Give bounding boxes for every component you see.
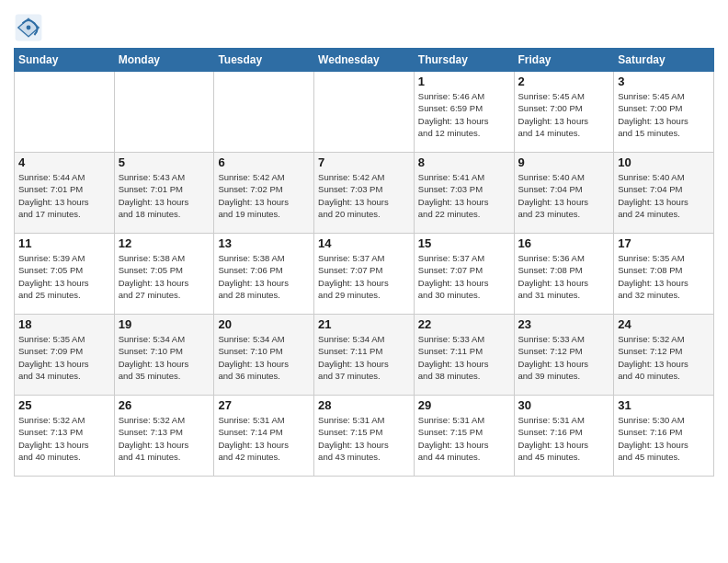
svg-point-3 bbox=[27, 26, 31, 30]
day-number: 21 bbox=[318, 317, 410, 331]
day-info: Sunrise: 5:38 AM Sunset: 7:06 PM Dayligh… bbox=[218, 252, 310, 301]
day-number: 28 bbox=[318, 398, 410, 412]
day-info: Sunrise: 5:41 AM Sunset: 7:03 PM Dayligh… bbox=[418, 171, 510, 220]
day-number: 26 bbox=[119, 398, 210, 412]
calendar-cell: 27Sunrise: 5:31 AM Sunset: 7:14 PM Dayli… bbox=[214, 396, 314, 477]
calendar-cell: 24Sunrise: 5:32 AM Sunset: 7:12 PM Dayli… bbox=[614, 315, 714, 396]
day-info: Sunrise: 5:45 AM Sunset: 7:00 PM Dayligh… bbox=[518, 90, 610, 139]
day-number: 23 bbox=[518, 317, 610, 331]
day-number: 18 bbox=[18, 317, 110, 331]
day-number: 8 bbox=[418, 155, 510, 169]
day-number: 4 bbox=[18, 155, 110, 169]
day-info: Sunrise: 5:31 AM Sunset: 7:15 PM Dayligh… bbox=[418, 414, 510, 463]
calendar-cell: 22Sunrise: 5:33 AM Sunset: 7:11 PM Dayli… bbox=[414, 315, 514, 396]
day-number: 25 bbox=[18, 398, 110, 412]
day-info: Sunrise: 5:32 AM Sunset: 7:13 PM Dayligh… bbox=[18, 414, 110, 463]
day-info: Sunrise: 5:32 AM Sunset: 7:13 PM Dayligh… bbox=[119, 414, 210, 463]
calendar-cell: 16Sunrise: 5:36 AM Sunset: 7:08 PM Dayli… bbox=[514, 234, 614, 315]
calendar-cell: 3Sunrise: 5:45 AM Sunset: 7:00 PM Daylig… bbox=[614, 72, 714, 153]
calendar-cell: 31Sunrise: 5:30 AM Sunset: 7:16 PM Dayli… bbox=[614, 396, 714, 477]
calendar-cell: 4Sunrise: 5:44 AM Sunset: 7:01 PM Daylig… bbox=[15, 153, 115, 234]
weekday-header-saturday: Saturday bbox=[614, 49, 714, 72]
day-number: 10 bbox=[618, 155, 710, 169]
logo-icon bbox=[14, 13, 43, 42]
day-number: 20 bbox=[218, 317, 310, 331]
calendar-cell: 26Sunrise: 5:32 AM Sunset: 7:13 PM Dayli… bbox=[114, 396, 214, 477]
day-info: Sunrise: 5:36 AM Sunset: 7:08 PM Dayligh… bbox=[518, 252, 610, 301]
day-number: 15 bbox=[418, 236, 510, 250]
weekday-header-sunday: Sunday bbox=[15, 49, 115, 72]
day-info: Sunrise: 5:42 AM Sunset: 7:03 PM Dayligh… bbox=[318, 171, 410, 220]
day-info: Sunrise: 5:31 AM Sunset: 7:15 PM Dayligh… bbox=[318, 414, 410, 463]
day-info: Sunrise: 5:46 AM Sunset: 6:59 PM Dayligh… bbox=[418, 90, 510, 139]
day-info: Sunrise: 5:33 AM Sunset: 7:11 PM Dayligh… bbox=[418, 333, 510, 382]
day-info: Sunrise: 5:34 AM Sunset: 7:11 PM Dayligh… bbox=[318, 333, 410, 382]
day-info: Sunrise: 5:44 AM Sunset: 7:01 PM Dayligh… bbox=[18, 171, 110, 220]
day-number: 7 bbox=[318, 155, 410, 169]
calendar-cell: 21Sunrise: 5:34 AM Sunset: 7:11 PM Dayli… bbox=[314, 315, 415, 396]
calendar-table: SundayMondayTuesdayWednesdayThursdayFrid… bbox=[14, 48, 714, 477]
day-number: 3 bbox=[618, 75, 710, 88]
calendar-cell: 17Sunrise: 5:35 AM Sunset: 7:08 PM Dayli… bbox=[614, 234, 714, 315]
day-number: 12 bbox=[119, 236, 210, 250]
day-info: Sunrise: 5:40 AM Sunset: 7:04 PM Dayligh… bbox=[518, 171, 610, 220]
day-info: Sunrise: 5:31 AM Sunset: 7:16 PM Dayligh… bbox=[518, 414, 610, 463]
day-info: Sunrise: 5:31 AM Sunset: 7:14 PM Dayligh… bbox=[218, 414, 310, 463]
calendar-cell: 6Sunrise: 5:42 AM Sunset: 7:02 PM Daylig… bbox=[214, 153, 314, 234]
day-info: Sunrise: 5:30 AM Sunset: 7:16 PM Dayligh… bbox=[618, 414, 710, 463]
day-number: 31 bbox=[618, 398, 710, 412]
calendar-row-2: 11Sunrise: 5:39 AM Sunset: 7:05 PM Dayli… bbox=[15, 234, 714, 315]
header bbox=[14, 9, 714, 42]
calendar-cell: 10Sunrise: 5:40 AM Sunset: 7:04 PM Dayli… bbox=[614, 153, 714, 234]
calendar-row-3: 18Sunrise: 5:35 AM Sunset: 7:09 PM Dayli… bbox=[15, 315, 714, 396]
day-info: Sunrise: 5:43 AM Sunset: 7:01 PM Dayligh… bbox=[119, 171, 210, 220]
weekday-header-tuesday: Tuesday bbox=[214, 49, 314, 72]
day-info: Sunrise: 5:38 AM Sunset: 7:05 PM Dayligh… bbox=[119, 252, 210, 301]
day-info: Sunrise: 5:33 AM Sunset: 7:12 PM Dayligh… bbox=[518, 333, 610, 382]
calendar-cell: 18Sunrise: 5:35 AM Sunset: 7:09 PM Dayli… bbox=[15, 315, 115, 396]
calendar-cell: 15Sunrise: 5:37 AM Sunset: 7:07 PM Dayli… bbox=[414, 234, 514, 315]
calendar-cell: 20Sunrise: 5:34 AM Sunset: 7:10 PM Dayli… bbox=[214, 315, 314, 396]
weekday-header-wednesday: Wednesday bbox=[314, 49, 415, 72]
weekday-header-thursday: Thursday bbox=[414, 49, 514, 72]
day-info: Sunrise: 5:39 AM Sunset: 7:05 PM Dayligh… bbox=[18, 252, 110, 301]
calendar-cell: 9Sunrise: 5:40 AM Sunset: 7:04 PM Daylig… bbox=[514, 153, 614, 234]
day-number: 30 bbox=[518, 398, 610, 412]
day-number: 6 bbox=[218, 155, 310, 169]
calendar-cell: 28Sunrise: 5:31 AM Sunset: 7:15 PM Dayli… bbox=[314, 396, 415, 477]
day-number: 1 bbox=[418, 75, 510, 88]
calendar-cell: 13Sunrise: 5:38 AM Sunset: 7:06 PM Dayli… bbox=[214, 234, 314, 315]
day-info: Sunrise: 5:34 AM Sunset: 7:10 PM Dayligh… bbox=[218, 333, 310, 382]
day-info: Sunrise: 5:42 AM Sunset: 7:02 PM Dayligh… bbox=[218, 171, 310, 220]
calendar-cell: 19Sunrise: 5:34 AM Sunset: 7:10 PM Dayli… bbox=[114, 315, 214, 396]
calendar-cell: 5Sunrise: 5:43 AM Sunset: 7:01 PM Daylig… bbox=[114, 153, 214, 234]
day-info: Sunrise: 5:45 AM Sunset: 7:00 PM Dayligh… bbox=[618, 90, 710, 139]
day-info: Sunrise: 5:37 AM Sunset: 7:07 PM Dayligh… bbox=[418, 252, 510, 301]
calendar-cell: 30Sunrise: 5:31 AM Sunset: 7:16 PM Dayli… bbox=[514, 396, 614, 477]
calendar-cell bbox=[214, 72, 314, 153]
day-number: 5 bbox=[119, 155, 210, 169]
day-info: Sunrise: 5:32 AM Sunset: 7:12 PM Dayligh… bbox=[618, 333, 710, 382]
day-info: Sunrise: 5:35 AM Sunset: 7:09 PM Dayligh… bbox=[18, 333, 110, 382]
day-number: 29 bbox=[418, 398, 510, 412]
calendar-cell: 1Sunrise: 5:46 AM Sunset: 6:59 PM Daylig… bbox=[414, 72, 514, 153]
day-info: Sunrise: 5:35 AM Sunset: 7:08 PM Dayligh… bbox=[618, 252, 710, 301]
weekday-header-row: SundayMondayTuesdayWednesdayThursdayFrid… bbox=[15, 49, 714, 72]
weekday-header-monday: Monday bbox=[114, 49, 214, 72]
calendar-row-4: 25Sunrise: 5:32 AM Sunset: 7:13 PM Dayli… bbox=[15, 396, 714, 477]
calendar-cell bbox=[314, 72, 415, 153]
day-number: 24 bbox=[618, 317, 710, 331]
day-info: Sunrise: 5:34 AM Sunset: 7:10 PM Dayligh… bbox=[119, 333, 210, 382]
day-number: 22 bbox=[418, 317, 510, 331]
weekday-header-friday: Friday bbox=[514, 49, 614, 72]
day-number: 19 bbox=[119, 317, 210, 331]
day-number: 17 bbox=[618, 236, 710, 250]
calendar-cell: 11Sunrise: 5:39 AM Sunset: 7:05 PM Dayli… bbox=[15, 234, 115, 315]
calendar-cell: 2Sunrise: 5:45 AM Sunset: 7:00 PM Daylig… bbox=[514, 72, 614, 153]
calendar-cell: 23Sunrise: 5:33 AM Sunset: 7:12 PM Dayli… bbox=[514, 315, 614, 396]
day-number: 16 bbox=[518, 236, 610, 250]
day-number: 2 bbox=[518, 75, 610, 88]
day-number: 13 bbox=[218, 236, 310, 250]
calendar-cell: 12Sunrise: 5:38 AM Sunset: 7:05 PM Dayli… bbox=[114, 234, 214, 315]
day-number: 11 bbox=[18, 236, 110, 250]
